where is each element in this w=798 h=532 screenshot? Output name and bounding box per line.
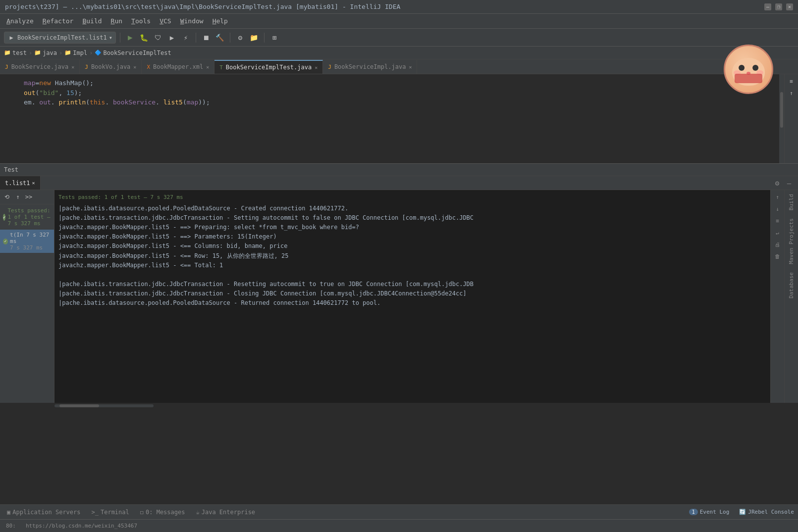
right-btn-2[interactable]: ↑: [787, 88, 797, 98]
coverage-button[interactable]: 🛡: [152, 32, 164, 44]
pass-indicator-row: ✓ Tests passed: 1 of 1 test – 7 s 327 ms: [0, 204, 54, 230]
debug-button[interactable]: 🐛: [138, 32, 150, 44]
jrebel-btn[interactable]: 🔄 JRebel Console: [737, 508, 796, 516]
console-down-btn[interactable]: ↓: [773, 204, 783, 214]
log-line-0: Tests passed: 1 of 1 test – 7 s 327 ms: [58, 193, 766, 202]
database-label[interactable]: Database: [788, 268, 795, 302]
run-config-dropdown[interactable]: ▶ BookServiceImplTest.list1 ▾: [4, 32, 116, 44]
build-label[interactable]: Build: [788, 190, 795, 214]
run-with-coverage[interactable]: ▶: [166, 32, 178, 44]
pass-circle: ✓: [3, 214, 5, 221]
tab-bookmapper[interactable]: X BookMapper.xml ✕: [142, 60, 214, 74]
mascot-image: [724, 45, 783, 104]
test-tab-close[interactable]: ✕: [32, 180, 35, 186]
console-filter-btn[interactable]: ≡: [773, 216, 783, 226]
tab-bookserviceimpltest[interactable]: T BookServiceImplTest.java ✕: [214, 60, 323, 74]
code-line-1: map=new HashMap();: [0, 78, 798, 88]
tab-terminal[interactable]: >_ Terminal: [87, 505, 134, 519]
log-line-3: javachz.mapper.BookMapper.list5 - ==> Pr…: [58, 223, 766, 232]
dropdown-arrow: ▾: [109, 34, 112, 41]
right-vertical-labels: Build Maven Projects Database: [784, 190, 798, 403]
test-toolbar: ⟲ ↑ >>: [0, 190, 54, 204]
status-right-tools: 1 Event Log 🔄 JRebel Console: [687, 508, 796, 516]
menu-window[interactable]: Window: [176, 15, 208, 27]
test-up-btn[interactable]: ↑: [13, 192, 23, 202]
breadcrumb-java[interactable]: 📁 java: [34, 49, 57, 56]
console-wrap-btn[interactable]: ↵: [773, 228, 783, 238]
maven-label[interactable]: Maven Projects: [788, 214, 795, 268]
test-output[interactable]: Tests passed: 1 of 1 test – 7 s 327 ms |…: [54, 190, 770, 403]
menu-build[interactable]: Build: [78, 15, 106, 27]
close-button[interactable]: ✕: [786, 3, 793, 10]
menu-analyze[interactable]: Analyze: [2, 15, 38, 27]
test-minimize-btn[interactable]: –: [784, 178, 794, 188]
title-bar: projects\t237] – ...\mybatis01\src\test\…: [0, 0, 798, 14]
code-line-2: out("bid", 15);: [0, 88, 798, 98]
code-line-3: em. out. println(this. bookService. list…: [0, 97, 798, 107]
stop-button[interactable]: ⏹: [200, 32, 212, 44]
extra-button[interactable]: ⊞: [268, 32, 280, 44]
settings-button[interactable]: ⚙: [234, 32, 246, 44]
console-print-btn[interactable]: 🖨: [773, 240, 783, 249]
menu-tools[interactable]: Tools: [127, 15, 155, 27]
breadcrumb-test[interactable]: 📁 test: [4, 49, 27, 56]
right-btn-1[interactable]: ≡: [787, 76, 797, 86]
menu-help[interactable]: Help: [209, 15, 232, 27]
java-icon: J: [5, 64, 8, 70]
tab-bookserviceimpl[interactable]: J BookServiceImpl.java ✕: [323, 60, 417, 74]
test-tab-bar: t.list1 ✕ ⚙ –: [0, 176, 798, 190]
folder-icon2: 📁: [34, 49, 41, 56]
tab-close2[interactable]: ✕: [133, 64, 136, 70]
breadcrumb: 📁 test › 📁 java › 📁 Impl › 🔷 BookService…: [0, 47, 798, 59]
status-line-col[interactable]: 80:: [4, 522, 18, 530]
terminal-icon: >_: [92, 509, 99, 516]
test-label: Test: [4, 166, 18, 173]
tab-close[interactable]: ✕: [71, 64, 74, 70]
console-clear-btn[interactable]: 🗑: [773, 251, 783, 261]
tab-close5[interactable]: ✕: [409, 64, 412, 70]
toolbar: ▶ BookServiceImplTest.list1 ▾ ▶ 🐛 🛡 ▶ ⚡ …: [0, 29, 798, 47]
test-settings-btn[interactable]: ⚙: [772, 178, 782, 188]
horizontal-scrollbar[interactable]: [0, 403, 798, 409]
tab-java-enterprise[interactable]: ☕ Java Enterprise: [191, 505, 260, 519]
java-enterprise-icon: ☕: [196, 509, 199, 516]
tab-messages[interactable]: ◻ 0: Messages: [135, 505, 190, 519]
run-button[interactable]: ▶: [124, 32, 136, 44]
status-url[interactable]: https://blog.csdn.me/weixin_453467: [24, 522, 139, 530]
test-more-btn[interactable]: >>: [24, 192, 34, 202]
event-badge: 1: [689, 509, 698, 515]
test-tree-item[interactable]: ✓ t(In 7 s 327 ms 7 s 327 ms: [0, 230, 54, 253]
tree-item-label: t(In 7 s 327 ms: [10, 232, 51, 244]
bottom-toolbar: ▣ Application Servers >_ Terminal ◻ 0: M…: [0, 504, 798, 519]
breadcrumb-impl[interactable]: 📁 Impl: [64, 49, 87, 56]
menu-bar: Analyze Refactor Build Run Tools VCS Win…: [0, 14, 798, 29]
tab-close3[interactable]: ✕: [206, 64, 209, 70]
test-tab-list1[interactable]: t.list1 ✕: [0, 176, 41, 190]
minimize-button[interactable]: –: [764, 3, 771, 10]
toolbar-separator2: [196, 33, 196, 43]
tab-bookservice[interactable]: J BookService.java ✕: [0, 60, 80, 74]
breadcrumb-class[interactable]: 🔷 BookServiceImplTest: [95, 49, 171, 56]
build-button[interactable]: 🔨: [214, 32, 226, 44]
tab-app-servers[interactable]: ▣ Application Servers: [2, 505, 86, 519]
app-servers-label: Application Servers: [12, 509, 80, 516]
event-log-label: Event Log: [700, 509, 730, 515]
menu-refactor[interactable]: Refactor: [39, 15, 78, 27]
tab-bookvo[interactable]: J BookVo.java ✕: [80, 60, 142, 74]
menu-vcs[interactable]: VCS: [156, 15, 175, 27]
event-log-btn[interactable]: 1 Event Log: [687, 508, 732, 516]
restore-button[interactable]: ❐: [775, 3, 782, 10]
console-up-btn[interactable]: ↑: [773, 192, 783, 202]
log-line-5: javachz.mapper.BookMapper.list5 - <== Co…: [58, 242, 766, 251]
folder-button[interactable]: 📁: [248, 32, 260, 44]
tab-close4[interactable]: ✕: [315, 65, 318, 70]
run-config-label: BookServiceImplTest.list1: [17, 34, 107, 41]
menu-run[interactable]: Run: [107, 15, 126, 27]
tab-bar: J BookService.java ✕ J BookVo.java ✕ X B…: [0, 59, 798, 74]
config-icon: ▶: [7, 34, 15, 42]
profile-button[interactable]: ⚡: [180, 32, 192, 44]
class-icon: 🔷: [95, 49, 102, 56]
url-label: https://blog.csdn.me/weixin_453467: [26, 523, 137, 529]
test-rerun-btn[interactable]: ⟲: [2, 192, 12, 202]
log-line-6: javachz.mapper.BookMapper.list5 - <== Ro…: [58, 251, 766, 261]
